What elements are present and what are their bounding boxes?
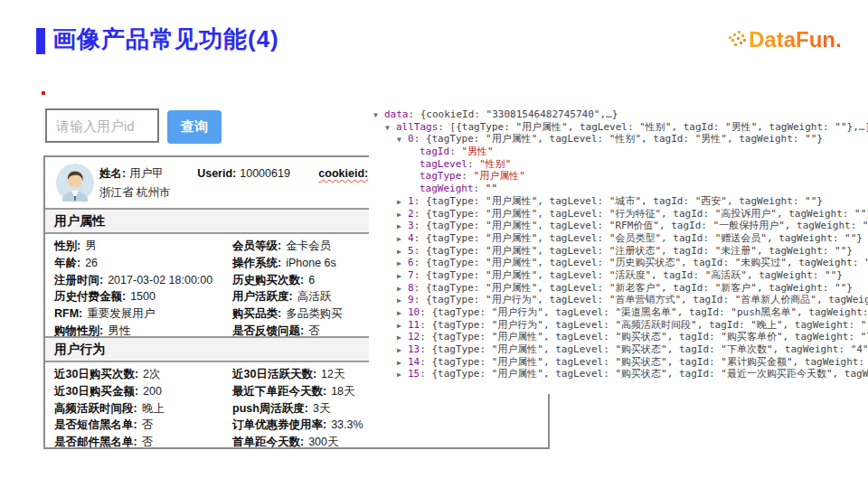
console-value: {tagType: "用户属性", tagLevel: "行为特征", tagI… [426, 208, 868, 220]
console-value: "" [486, 183, 497, 194]
console-key: 0 [408, 133, 414, 145]
console-value: {tagType: "用户属性", tagLevel: "活跃度", tagId… [426, 269, 843, 281]
field-label: RFM: [54, 307, 82, 320]
console-line: ▶12: {tagType: "用户属性", tagLevel: "购买状态",… [369, 331, 868, 343]
field-label: 用户活跃度: [232, 290, 293, 303]
expanded-arrow-icon[interactable]: ▼ [373, 109, 384, 122]
field-value: 300天 [308, 436, 338, 448]
console-separator: : [409, 108, 420, 120]
collapsed-arrow-icon[interactable]: ▶ [397, 369, 408, 381]
console-separator: : [414, 208, 426, 220]
field-label: 注册时间: [54, 274, 103, 286]
title-accent-bar [36, 28, 45, 54]
field-value: 高活跃 [297, 290, 332, 303]
console-value: "男性" [461, 145, 493, 157]
expanded-arrow-icon[interactable]: ▼ [397, 134, 408, 146]
console-separator: : [414, 195, 426, 207]
page-title: 画像产品常见功能(4) [52, 23, 279, 55]
profile-field: 购买品类:多品类购买 [232, 305, 343, 323]
field-value: 6 [308, 274, 315, 286]
console-line: ▼data: {cookieId: "33081546482745740",…} [369, 108, 868, 121]
collapsed-arrow-icon[interactable]: ▶ [397, 307, 408, 320]
console-value: "用户属性" [474, 170, 525, 182]
console-line: ▶3: {tagType: "用户属性", tagLevel: "RFM价值",… [369, 220, 868, 232]
collapsed-arrow-icon[interactable]: ▶ [397, 357, 408, 370]
field-value: 男性 [108, 324, 130, 337]
console-key: 15 [408, 368, 420, 380]
console-line: ▶11: {tagType: "用户行为", tagLevel: "高频活跃时间… [369, 319, 868, 332]
console-key: 1 [408, 195, 414, 207]
console-key: 2 [408, 208, 414, 220]
console-value: {tagType: "用户属性", tagLevel: "新老客户", tagI… [426, 282, 853, 294]
console-separator: : [420, 319, 431, 331]
expanded-arrow-icon[interactable]: ▼ [385, 122, 396, 135]
query-button[interactable]: 查询 [167, 110, 222, 144]
field-value: 1500 [130, 290, 156, 303]
console-line: ▶6: {tagType: "用户属性", tagLevel: "历史购买状态"… [369, 257, 868, 269]
user-id-input[interactable] [45, 108, 159, 143]
console-line: ▼allTags: [{tagType: "用户属性", tagLevel: "… [369, 121, 868, 134]
console-separator: : [467, 158, 479, 170]
attributes-left-column: 性别:男年龄:26注册时间:2017-03-02 18:00:00历史付费金额:… [54, 238, 212, 340]
collapsed-arrow-icon[interactable]: ▶ [397, 221, 408, 233]
console-key: 5 [408, 245, 414, 257]
field-label: 历史购买次数: [232, 274, 304, 286]
collapsed-arrow-icon[interactable]: ▶ [397, 283, 408, 296]
console-value: "性别" [479, 158, 511, 170]
console-separator: : [414, 245, 426, 257]
field-label: 是否反馈问题: [232, 324, 304, 337]
page: { "colors": { "accent_blue": "#2b2bf0", … [0, 0, 868, 488]
console-key: data [384, 108, 409, 120]
profile-field: 订单优惠券使用率:33.3% [232, 417, 363, 434]
console-separator: : [420, 356, 431, 368]
profile-field: 历史付费金额:1500 [54, 288, 212, 305]
profile-field: 是否短信黑名单:否 [54, 417, 165, 434]
console-separator: : [420, 306, 431, 318]
field-value: 12天 [321, 368, 344, 380]
collapsed-arrow-icon[interactable]: ▶ [397, 270, 408, 283]
profile-field: 历史购买次数:6 [232, 272, 343, 289]
field-label: 最近下单距今天数: [232, 385, 326, 398]
collapsed-arrow-icon[interactable]: ▶ [397, 320, 408, 333]
console-value: {tagType: "用户属性", tagLevel: "购买状态", tagI… [432, 331, 868, 343]
console-key: 6 [408, 257, 414, 268]
console-key: 4 [408, 232, 414, 244]
console-separator: : [414, 294, 426, 305]
console-key: tagLevel [420, 158, 467, 170]
console-key: 14 [408, 356, 420, 368]
console-key: tagWeight [420, 183, 474, 194]
field-label: 会员等级: [232, 239, 281, 252]
collapsed-arrow-icon[interactable]: ▶ [397, 196, 408, 209]
stray-red-dot [42, 91, 45, 95]
collapsed-arrow-icon[interactable]: ▶ [397, 246, 408, 258]
field-value: 18天 [331, 385, 354, 398]
collapsed-arrow-icon[interactable]: ▶ [397, 295, 408, 307]
collapsed-arrow-icon[interactable]: ▶ [397, 233, 408, 246]
console-key: 11 [408, 319, 420, 331]
field-label: 是否短信黑名单: [54, 418, 137, 431]
console-separator: : [414, 232, 426, 244]
field-label: push周活跃度: [232, 402, 308, 415]
profile-field: 近30日购买金额:200 [54, 383, 165, 400]
logo-text: DataFun. [749, 27, 842, 52]
field-value: 金卡会员 [286, 239, 331, 252]
console-value: {tagType: "用户行为", tagLevel: "渠道黑名单", tag… [432, 306, 868, 318]
console-key: tagType [420, 170, 461, 182]
field-value: 否 [142, 418, 154, 431]
profile-field: 最近下单距今天数:18天 [232, 383, 363, 400]
collapsed-arrow-icon[interactable]: ▶ [397, 258, 408, 270]
name-label: 姓名: [99, 167, 126, 180]
console-value: {tagType: "用户属性", tagLevel: "购买状态", tagI… [432, 356, 868, 368]
console-key: 3 [408, 220, 414, 231]
collapsed-arrow-icon[interactable]: ▶ [397, 209, 408, 221]
collapsed-arrow-icon[interactable]: ▶ [397, 344, 408, 357]
console-separator: : [461, 170, 473, 182]
field-value: 200 [143, 385, 162, 398]
field-label: 高频活跃时间段: [54, 402, 137, 415]
collapsed-arrow-icon[interactable]: ▶ [397, 332, 408, 344]
console-separator: : [414, 269, 426, 281]
devtools-json-console: ▼data: {cookieId: "33081546482745740",…}… [369, 101, 868, 394]
cookieid-label: cookieid: [318, 167, 368, 180]
console-key: 7 [408, 269, 414, 281]
field-label: 性别: [54, 239, 80, 252]
